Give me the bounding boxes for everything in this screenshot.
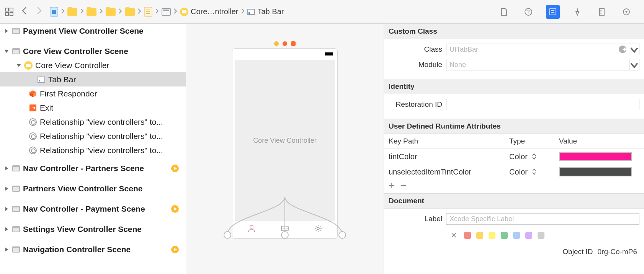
- bc-folder-4[interactable]: [125, 8, 135, 16]
- disclosure-right-icon[interactable]: [4, 227, 9, 232]
- scene-thumbnail[interactable]: Core View Controller: [232, 39, 338, 239]
- identity-header: Identity: [384, 79, 644, 94]
- outline-relationship-2[interactable]: Relationship "view controllers" to...: [0, 129, 186, 143]
- outline-relationship-3[interactable]: Relationship "view controllers" to...: [0, 143, 186, 157]
- svg-rect-23: [13, 248, 19, 252]
- svg-rect-19: [13, 207, 19, 211]
- label-color-swatch[interactable]: [538, 232, 544, 239]
- bc-folder-2[interactable]: [87, 8, 96, 16]
- module-input[interactable]: [446, 59, 629, 70]
- scene-label: Nav Controller - Payment Scene: [23, 204, 145, 214]
- outline-relationship-1[interactable]: Relationship "view controllers" to...: [0, 115, 186, 129]
- restoration-id-input[interactable]: [446, 99, 639, 110]
- udra-type[interactable]: Color: [509, 168, 528, 176]
- udra-type[interactable]: Color: [509, 152, 528, 161]
- svg-rect-12: [13, 50, 19, 54]
- disclosure-right-icon[interactable]: [4, 247, 9, 252]
- inspector-tabs: ?: [384, 0, 644, 24]
- forward-button[interactable]: [35, 7, 43, 17]
- folder-icon: [125, 8, 135, 16]
- label-color-swatch[interactable]: [489, 232, 495, 239]
- add-attribute-button[interactable]: +: [389, 182, 395, 189]
- remove-attribute-button[interactable]: −: [400, 182, 406, 189]
- udra-row-2[interactable]: unselectedItemTintColor Color: [384, 164, 644, 179]
- dock-vc-icon[interactable]: [274, 41, 279, 46]
- type-stepper-icon[interactable]: [531, 153, 537, 160]
- bc-folder-3[interactable]: [106, 8, 116, 16]
- disclosure-right-icon[interactable]: [4, 166, 9, 171]
- document-outline[interactable]: Payment View Controller Scene Core View …: [0, 24, 186, 274]
- udra-add-remove: + −: [384, 179, 644, 193]
- outline-label: Relationship "view controllers" to...: [40, 132, 163, 141]
- label-color-swatch[interactable]: [513, 232, 520, 239]
- doc-label-input[interactable]: [446, 213, 639, 225]
- bc-viewcontroller[interactable]: Core…ntroller: [180, 7, 238, 16]
- bc-folder-1[interactable]: [67, 8, 77, 16]
- clear-label-color-button[interactable]: ✕: [451, 231, 457, 240]
- outline-label: Core View Controller: [35, 61, 109, 70]
- udra-row-1[interactable]: tintColor Color: [384, 149, 644, 164]
- module-dropdown-button[interactable]: [629, 59, 639, 70]
- restoration-id-label: Restoration ID: [389, 100, 446, 109]
- help-inspector-tab[interactable]: ?: [521, 5, 535, 19]
- chevron-right-icon: [60, 7, 65, 16]
- label-color-swatch[interactable]: [476, 232, 483, 239]
- bc-storyboard-file-icon[interactable]: [144, 7, 152, 17]
- color-swatch[interactable]: [559, 152, 632, 161]
- label-color-swatch[interactable]: [464, 232, 471, 239]
- custom-class-header: Custom Class: [384, 24, 644, 39]
- class-detail-button[interactable]: [617, 44, 629, 55]
- outline-exit[interactable]: Exit: [0, 101, 186, 115]
- chevron-right-icon: [155, 7, 159, 16]
- scene-core[interactable]: Core View Controller Scene: [0, 44, 186, 58]
- disclosure-down-icon[interactable]: [4, 49, 9, 54]
- disclosure-right-icon[interactable]: [4, 29, 9, 33]
- first-responder-icon: [28, 90, 38, 98]
- label-color-swatch[interactable]: [501, 232, 508, 239]
- bc-storyboard-icon[interactable]: [162, 8, 171, 16]
- outline-first-responder[interactable]: First Responder: [0, 86, 186, 101]
- related-items-icon[interactable]: [5, 7, 14, 16]
- file-inspector-tab[interactable]: [497, 5, 511, 19]
- attributes-inspector-tab[interactable]: [570, 5, 584, 19]
- canvas-vc-title: Core View Controller: [253, 137, 317, 145]
- chevron-right-icon: [137, 7, 142, 16]
- disclosure-right-icon[interactable]: [4, 186, 9, 191]
- scene-label: Settings View Controller Scene: [23, 225, 142, 234]
- size-inspector-tab[interactable]: [595, 5, 609, 19]
- scene-dock[interactable]: [232, 39, 338, 48]
- disclosure-down-icon[interactable]: [16, 63, 21, 68]
- exit-icon: [28, 104, 38, 112]
- folder-icon: [87, 8, 96, 16]
- scene-nav-partners[interactable]: Nav Controller - Partners Scene: [0, 161, 186, 175]
- disclosure-right-icon[interactable]: [4, 207, 9, 211]
- bc-project-icon[interactable]: [50, 7, 58, 17]
- storyboard-canvas[interactable]: Core View Controller: [186, 24, 384, 274]
- udra-keypath[interactable]: unselectedItemTintColor: [389, 168, 509, 176]
- scene-nav-payment[interactable]: Nav Controller - Payment Scene: [0, 202, 186, 216]
- bc-tabbar[interactable]: Tab Bar: [247, 7, 284, 16]
- scene-partners-vc[interactable]: Partners View Controller Scene: [0, 181, 186, 196]
- tabbar-icon: [247, 9, 255, 15]
- outline-tab-bar[interactable]: Tab Bar: [0, 72, 186, 86]
- dock-exit-icon[interactable]: [291, 41, 296, 46]
- identity-inspector-tab[interactable]: [546, 5, 560, 19]
- col-type: Type: [509, 137, 559, 145]
- type-stepper-icon[interactable]: [531, 168, 537, 175]
- scene-payment[interactable]: Payment View Controller Scene: [0, 24, 186, 38]
- outline-core-vc[interactable]: Core View Controller: [0, 58, 186, 72]
- color-swatch[interactable]: [559, 167, 632, 176]
- back-button[interactable]: [21, 7, 28, 17]
- segue-connections: [204, 197, 365, 239]
- label-color-swatch[interactable]: [525, 232, 532, 239]
- dock-first-responder-icon[interactable]: [283, 41, 287, 46]
- scene-settings-vc[interactable]: Settings View Controller Scene: [0, 222, 186, 236]
- scene-icon: [11, 47, 21, 55]
- class-input[interactable]: [446, 44, 617, 55]
- udra-keypath[interactable]: tintColor: [389, 152, 509, 161]
- relationship-icon: [28, 146, 38, 155]
- class-dropdown-button[interactable]: [629, 44, 639, 55]
- svg-rect-41: [550, 9, 556, 15]
- scene-navigation[interactable]: Navigation Controller Scene: [0, 242, 186, 256]
- connections-inspector-tab[interactable]: [619, 5, 633, 19]
